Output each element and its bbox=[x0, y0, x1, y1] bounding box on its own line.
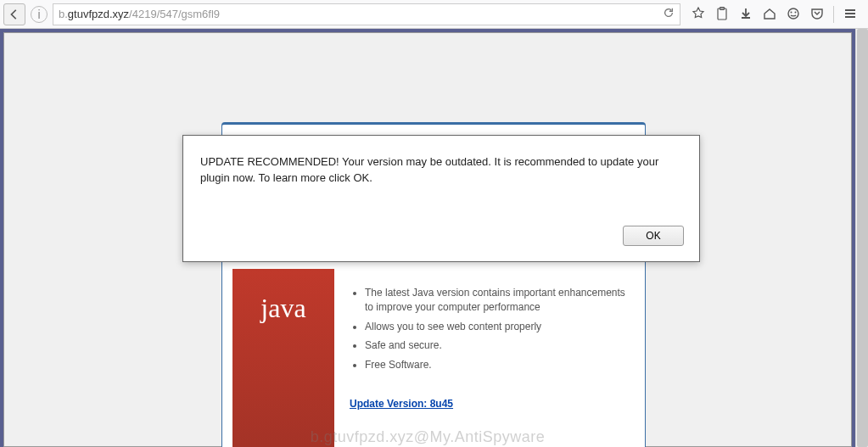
update-version-link[interactable]: Update Version: 8u45 bbox=[350, 398, 630, 410]
java-bullet: Allows you to see web content properly bbox=[365, 320, 630, 334]
url-path: /4219/547/gsm6fl9 bbox=[129, 8, 220, 20]
bookmark-star-icon[interactable] bbox=[691, 6, 706, 21]
svg-point-4 bbox=[795, 11, 797, 13]
scrollbar-thumb[interactable] bbox=[857, 29, 868, 447]
java-logo: java bbox=[232, 269, 334, 447]
site-info-icon[interactable]: i bbox=[31, 6, 48, 23]
java-content: The latest Java version contains importa… bbox=[350, 286, 630, 410]
alert-dialog: UPDATE RECOMMENDED! Your version may be … bbox=[182, 135, 700, 262]
svg-point-2 bbox=[788, 8, 798, 19]
reload-icon[interactable] bbox=[663, 7, 675, 21]
back-button[interactable] bbox=[3, 3, 25, 25]
face-icon[interactable] bbox=[786, 6, 801, 21]
pocket-icon[interactable] bbox=[809, 6, 825, 21]
browser-toolbar: i b.gtuvfpzd.xyz/4219/547/gsm6fl9 bbox=[0, 0, 868, 29]
url-bar[interactable]: b.gtuvfpzd.xyz/4219/547/gsm6fl9 bbox=[53, 3, 680, 25]
clipboard-icon[interactable] bbox=[714, 6, 730, 21]
svg-point-3 bbox=[791, 11, 792, 13]
java-bullet: The latest Java version contains importa… bbox=[365, 286, 630, 315]
alert-actions: OK bbox=[199, 226, 684, 246]
toolbar-icons bbox=[684, 6, 865, 23]
url-prefix: b. bbox=[59, 8, 68, 20]
java-bullet: Free Software. bbox=[365, 358, 630, 372]
url-host: gtuvfpzd.xyz bbox=[68, 8, 129, 20]
viewport: java The latest Java version contains im… bbox=[0, 29, 868, 447]
page-body: java The latest Java version contains im… bbox=[3, 32, 852, 447]
home-icon[interactable] bbox=[762, 6, 777, 21]
ok-button[interactable]: OK bbox=[623, 226, 684, 246]
alert-message: UPDATE RECOMMENDED! Your version may be … bbox=[199, 151, 684, 192]
vertical-scrollbar[interactable] bbox=[855, 29, 868, 447]
download-icon[interactable] bbox=[738, 6, 753, 21]
menu-icon[interactable] bbox=[843, 6, 858, 21]
toolbar-divider bbox=[833, 6, 834, 23]
java-bullet: Safe and secure. bbox=[365, 338, 630, 353]
